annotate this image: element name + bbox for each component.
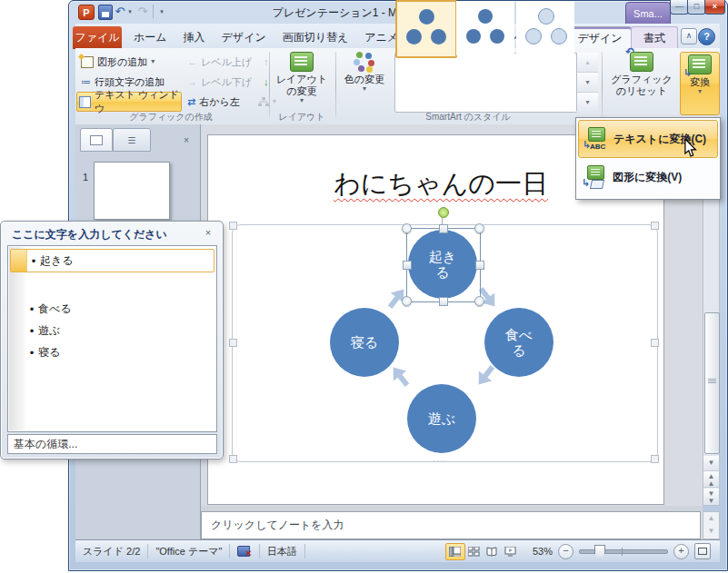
right-to-left-button[interactable]: ⇄ 右から左 <box>185 93 240 111</box>
style-option-3[interactable] <box>516 1 574 55</box>
theme-indicator[interactable]: "Office テーマ" <box>148 544 230 558</box>
selection-handle-nw[interactable] <box>402 223 412 233</box>
selection-handle-e[interactable] <box>475 261 484 270</box>
smartart-bottom-grip[interactable]: .... <box>434 457 452 461</box>
change-layout-button[interactable]: レイアウトの変更 ▾ <box>272 52 332 114</box>
reset-graphic-button[interactable]: ↶ グラフィックのリセット <box>605 52 678 114</box>
qat-customize-button[interactable]: ▾ <box>153 5 166 18</box>
change-colors-icon <box>354 52 375 72</box>
smartart-node-play[interactable]: 遊ぶ <box>407 384 476 453</box>
text-pane-toggle-button[interactable]: テキスト ウィンドウ <box>76 92 182 112</box>
maximize-button[interactable]: □ <box>687 0 706 15</box>
slide-thumbnail-1[interactable] <box>94 162 170 220</box>
convert-to-text-icon: ↳ ABC <box>583 127 606 151</box>
slide-indicator[interactable]: スライド 2/2 <box>75 544 148 558</box>
redo-button[interactable]: ↷ <box>136 5 149 18</box>
previous-slide-button[interactable]: ▲▲ <box>703 471 719 488</box>
undo-button[interactable]: ↶ <box>114 5 126 18</box>
text-pane-list[interactable]: • 起きる • 食べる • 遊ぶ • 寝る <box>7 245 217 432</box>
selection-handle-se[interactable] <box>474 296 484 306</box>
reset-graphic-icon: ↶ <box>630 52 653 72</box>
text-pane-item-selected[interactable]: • 起きる <box>10 249 214 272</box>
slideshow-icon <box>504 547 516 557</box>
selection-handle-w[interactable] <box>403 261 412 270</box>
text-pane-item[interactable]: • 遊ぶ <box>25 320 215 341</box>
slide-sorter-view-button[interactable] <box>465 544 484 559</box>
thumbnail-number: 1 <box>83 172 88 183</box>
selection-handle-ne[interactable] <box>474 223 484 233</box>
selection-handle-sw[interactable] <box>402 296 412 306</box>
tab-insert[interactable]: 挿入 <box>175 26 214 49</box>
slide-title[interactable]: わにちゃんの一日 <box>300 166 582 203</box>
convert-button[interactable]: ↳ 変換 ▾ <box>680 52 720 115</box>
notes-scrollbar[interactable]: ▲ ▼ <box>703 511 720 539</box>
add-shape-dropdown-arrow[interactable]: ▾ <box>151 58 155 65</box>
smartart-node-eat[interactable]: 食べる <box>484 308 553 377</box>
promote-button[interactable]: ← レベル上げ <box>185 53 252 71</box>
fit-to-window-button[interactable] <box>694 543 711 559</box>
text-pane-layout-name[interactable]: 基本の循環... <box>7 434 217 454</box>
collapse-ribbon-button[interactable]: ∧ <box>681 28 697 44</box>
notes-scroll-up[interactable]: ▲ <box>703 512 719 525</box>
move-down-button[interactable]: ↓ <box>262 73 269 91</box>
gallery-more-button[interactable]: ▼ <box>577 93 598 112</box>
normal-view-button[interactable] <box>445 543 465 560</box>
zoom-in-button[interactable]: + <box>673 544 689 559</box>
language-indicator[interactable]: 日本語 <box>260 544 305 558</box>
close-button[interactable]: × <box>704 0 725 15</box>
panel-close-icon[interactable]: × <box>178 132 194 148</box>
selection-handle-s[interactable] <box>439 297 448 306</box>
promote-icon: ← <box>187 56 197 67</box>
app-icon[interactable]: P <box>78 5 95 20</box>
notes-scroll-down[interactable]: ▼ <box>703 525 719 538</box>
tab-file[interactable]: ファイル <box>73 26 122 49</box>
save-icon[interactable] <box>98 5 113 20</box>
add-shape-button[interactable]: 図形の追加 ▾ <box>79 53 155 71</box>
demote-button[interactable]: → レベル下げ <box>185 73 252 91</box>
style-option-1-selected[interactable] <box>395 0 457 58</box>
text-pane-item[interactable]: • 寝る <box>25 341 215 363</box>
notes-placeholder: クリックしてノートを入力 <box>211 518 344 533</box>
gallery-scroll-down[interactable]: ▼ <box>577 73 598 93</box>
scroll-down-button[interactable]: ▼ <box>703 456 719 471</box>
gallery-scroll-up[interactable]: ▲ <box>577 53 598 73</box>
contextual-tab-group-smartart-tools[interactable]: Sma... <box>625 2 671 25</box>
menu-item-convert-to-shapes[interactable]: ↳ 図形に変換(V) <box>578 158 718 196</box>
text-pane-item[interactable]: • 食べる <box>25 298 215 320</box>
smartart-node-sleep[interactable]: 寝る <box>330 308 399 377</box>
undo-dropdown[interactable]: ▾ <box>126 5 134 18</box>
text-pane-title: ここに文字を入力してください <box>12 227 167 242</box>
zoom-slider-thumb[interactable] <box>594 545 605 559</box>
change-colors-button[interactable]: 色の変更 ▾ <box>338 52 391 114</box>
tab-home[interactable]: ホーム <box>125 26 175 49</box>
zoom-level[interactable]: 53% <box>527 546 558 557</box>
selection-handle-n[interactable] <box>439 224 448 233</box>
tab-transitions[interactable]: 画面切り替え <box>274 26 357 49</box>
text-pane-gutter <box>9 247 25 430</box>
text-pane-close-icon[interactable]: × <box>200 226 216 240</box>
tab-smartart-format[interactable]: 書式 <box>631 26 678 50</box>
zoom-out-button[interactable]: − <box>558 544 573 559</box>
convert-to-shapes-icon: ↳ <box>582 165 605 189</box>
move-up-button[interactable]: ↑ <box>262 53 269 71</box>
reading-view-button[interactable] <box>484 544 502 559</box>
tab-slides[interactable] <box>80 128 113 152</box>
spellcheck-status[interactable]: × <box>230 544 259 558</box>
tab-design[interactable]: デザイン <box>214 26 274 49</box>
smartart-text-pane: ここに文字を入力してください × • 起きる • 食べる • 遊ぶ • 寝る 基… <box>0 221 224 459</box>
smartart-style-gallery <box>394 53 578 113</box>
scrollbar-thumb[interactable] <box>704 312 720 454</box>
shape-selection-rect <box>406 228 481 302</box>
tab-outline[interactable]: ☰ <box>113 128 151 152</box>
group-label-smartart-styles: SmartArt のスタイル <box>336 111 600 123</box>
style-option-2[interactable] <box>456 1 514 55</box>
next-slide-button[interactable]: ▼▼ <box>703 489 719 505</box>
notes-area[interactable]: クリックしてノートを入力 <box>201 511 701 539</box>
rotation-handle[interactable] <box>438 207 449 218</box>
slideshow-view-button[interactable] <box>502 544 520 559</box>
fit-to-window-icon <box>698 548 707 555</box>
tab-smartart-design[interactable]: デザイン <box>568 26 632 50</box>
zoom-slider-track[interactable] <box>579 549 668 554</box>
help-button[interactable]: ? <box>698 28 715 45</box>
minimize-button[interactable]: — <box>670 0 689 15</box>
